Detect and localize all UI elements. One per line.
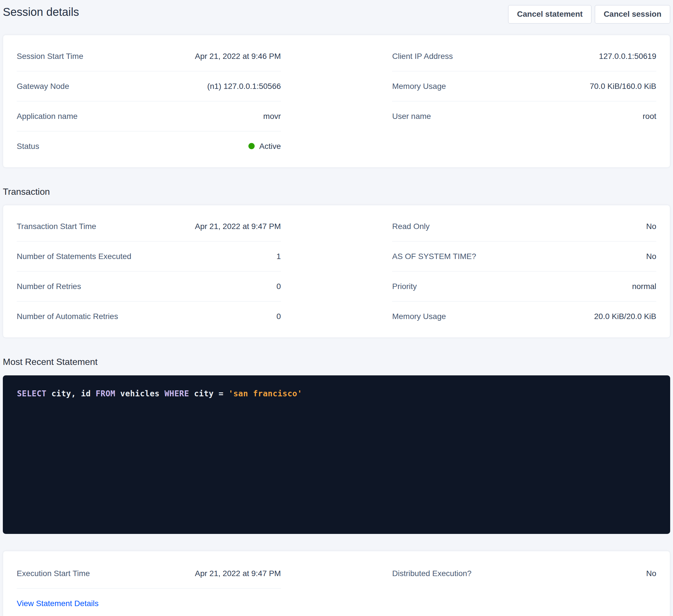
sql-token-string: 'san francisco' [228, 389, 302, 398]
row-view-statement-details: View Statement Details [17, 589, 281, 616]
sql-token-keyword: FROM [96, 389, 115, 398]
row-value: No [646, 568, 656, 578]
transaction-left-column: Transaction Start Time Apr 21, 2022 at 9… [17, 212, 281, 331]
sql-token-plain: city, id [46, 389, 96, 398]
row-label: Number of Automatic Retries [17, 311, 118, 321]
row-execution-start-time: Execution Start Time Apr 21, 2022 at 9:4… [17, 559, 281, 589]
row-transaction-memory-usage: Memory Usage 20.0 KiB/20.0 KiB [392, 301, 656, 331]
sql-statement-box: SELECT city, id FROM vehicles WHERE city… [3, 375, 670, 534]
row-value: movr [263, 111, 281, 121]
row-label: Number of Retries [17, 281, 81, 291]
row-label: Application name [17, 111, 77, 121]
row-value: 20.0 KiB/20.0 KiB [594, 311, 656, 321]
row-read-only: Read Only No [392, 212, 656, 242]
row-value: 0 [276, 311, 281, 321]
row-value: normal [632, 281, 656, 291]
sql-token-plain: city = [189, 389, 229, 398]
row-value: 0 [276, 281, 281, 291]
session-summary-card: Session Start Time Apr 21, 2022 at 9:46 … [3, 35, 670, 168]
session-summary-right-column: Client IP Address 127.0.0.1:50619 Memory… [392, 41, 656, 161]
session-summary-left-column: Session Start Time Apr 21, 2022 at 9:46 … [17, 41, 281, 161]
row-label: Client IP Address [392, 51, 453, 61]
status-badge: Active [248, 141, 281, 151]
row-priority: Priority normal [392, 272, 656, 301]
row-status: Status Active [17, 131, 281, 161]
row-label: Transaction Start Time [17, 221, 96, 231]
status-text: Active [259, 141, 281, 151]
cancel-session-button[interactable]: Cancel session [595, 5, 670, 23]
page-title: Session details [3, 5, 79, 19]
sql-token-keyword: WHERE [165, 389, 189, 398]
row-label: Memory Usage [392, 311, 446, 321]
row-distributed-execution: Distributed Execution? No [392, 559, 656, 588]
execution-details-card: Execution Start Time Apr 21, 2022 at 9:4… [3, 551, 670, 616]
sql-statement-text: SELECT city, id FROM vehicles WHERE city… [17, 389, 656, 398]
gateway-node-link[interactable]: (n1) 127.0.0.1:50566 [207, 81, 281, 91]
row-gateway-node: Gateway Node (n1) 127.0.0.1:50566 [17, 71, 281, 101]
row-label: Session Start Time [17, 51, 83, 61]
row-value: No [646, 221, 656, 231]
row-value: 70.0 KiB/160.0 KiB [590, 81, 656, 91]
row-memory-usage: Memory Usage 70.0 KiB/160.0 KiB [392, 71, 656, 101]
row-label: Execution Start Time [17, 568, 90, 578]
row-client-ip-address: Client IP Address 127.0.0.1:50619 [392, 41, 656, 71]
row-statements-executed: Number of Statements Executed 1 [17, 242, 281, 272]
transaction-section-heading: Transaction [3, 186, 670, 197]
row-value: No [646, 251, 656, 261]
row-session-start-time: Session Start Time Apr 21, 2022 at 9:46 … [17, 41, 281, 71]
row-value: root [643, 111, 656, 121]
row-value: 1 [276, 251, 281, 261]
row-label: Number of Statements Executed [17, 251, 132, 261]
row-label: Read Only [392, 221, 429, 231]
execution-right-column: Distributed Execution? No [392, 559, 656, 616]
row-value: Apr 21, 2022 at 9:47 PM [195, 221, 281, 231]
row-label: Gateway Node [17, 81, 69, 91]
transaction-card: Transaction Start Time Apr 21, 2022 at 9… [3, 205, 670, 338]
sql-token-plain: vehicles [115, 389, 165, 398]
row-as-of-system-time: AS OF SYSTEM TIME? No [392, 242, 656, 272]
session-details-page: Session details Cancel statement Cancel … [0, 0, 673, 616]
row-user-name: User name root [392, 101, 656, 131]
row-value: 127.0.0.1:50619 [599, 51, 656, 61]
transaction-right-column: Read Only No AS OF SYSTEM TIME? No Prior… [392, 212, 656, 331]
page-header: Session details Cancel statement Cancel … [3, 5, 670, 23]
row-label: Status [17, 141, 39, 151]
row-label: Memory Usage [392, 81, 446, 91]
sql-token-keyword: SELECT [17, 389, 46, 398]
header-actions: Cancel statement Cancel session [508, 5, 670, 23]
row-label: Priority [392, 281, 417, 291]
row-application-name: Application name movr [17, 101, 281, 131]
cancel-statement-button[interactable]: Cancel statement [508, 5, 592, 23]
statement-section-heading: Most Recent Statement [3, 356, 670, 367]
row-automatic-retries: Number of Automatic Retries 0 [17, 301, 281, 331]
row-label: User name [392, 111, 431, 121]
row-number-of-retries: Number of Retries 0 [17, 272, 281, 301]
row-value: Apr 21, 2022 at 9:47 PM [195, 568, 281, 578]
row-transaction-start-time: Transaction Start Time Apr 21, 2022 at 9… [17, 212, 281, 242]
execution-left-column: Execution Start Time Apr 21, 2022 at 9:4… [17, 559, 281, 616]
row-label: Distributed Execution? [392, 568, 471, 578]
view-statement-details-link[interactable]: View Statement Details [17, 598, 98, 608]
status-active-dot-icon [248, 143, 255, 149]
row-label: AS OF SYSTEM TIME? [392, 251, 476, 261]
row-value: Apr 21, 2022 at 9:46 PM [195, 51, 281, 61]
